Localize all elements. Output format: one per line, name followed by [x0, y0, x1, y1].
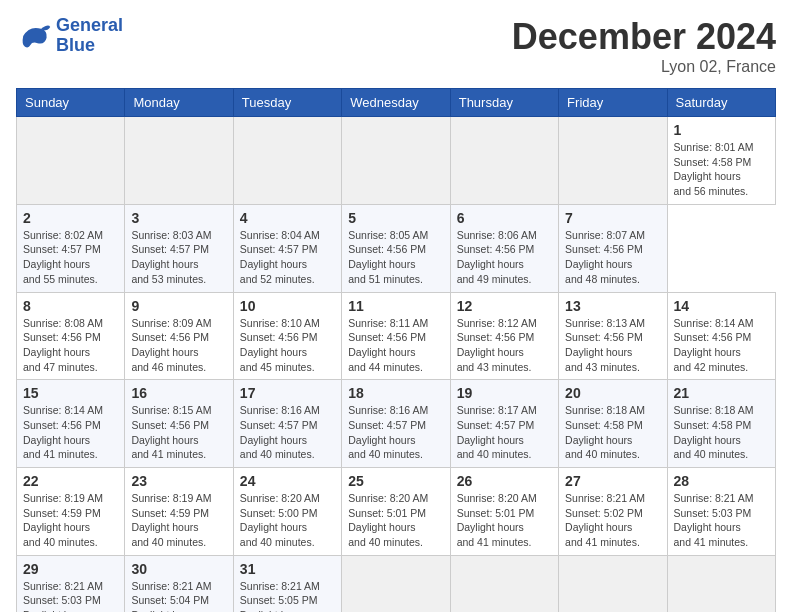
day-info: Sunrise: 8:02 AMSunset: 4:57 PMDaylight … [23, 228, 118, 287]
calendar-cell: 22Sunrise: 8:19 AMSunset: 4:59 PMDayligh… [17, 468, 125, 556]
day-number: 29 [23, 561, 118, 577]
day-info: Sunrise: 8:20 AMSunset: 5:01 PMDaylight … [457, 491, 552, 550]
day-number: 2 [23, 210, 118, 226]
day-info: Sunrise: 8:18 AMSunset: 4:58 PMDaylight … [565, 403, 660, 462]
calendar-cell: 11Sunrise: 8:11 AMSunset: 4:56 PMDayligh… [342, 292, 450, 380]
calendar-cell [342, 117, 450, 205]
day-info: Sunrise: 8:20 AMSunset: 5:01 PMDaylight … [348, 491, 443, 550]
day-info: Sunrise: 8:06 AMSunset: 4:56 PMDaylight … [457, 228, 552, 287]
day-number: 24 [240, 473, 335, 489]
day-number: 30 [131, 561, 226, 577]
day-number: 14 [674, 298, 769, 314]
calendar-cell: 30Sunrise: 8:21 AMSunset: 5:04 PMDayligh… [125, 555, 233, 612]
calendar-cell: 23Sunrise: 8:19 AMSunset: 4:59 PMDayligh… [125, 468, 233, 556]
col-tuesday: Tuesday [233, 89, 341, 117]
calendar-cell [559, 555, 667, 612]
page-header: General Blue December 2024 Lyon 02, Fran… [16, 16, 776, 76]
day-number: 18 [348, 385, 443, 401]
calendar-table: Sunday Monday Tuesday Wednesday Thursday… [16, 88, 776, 612]
col-wednesday: Wednesday [342, 89, 450, 117]
day-number: 11 [348, 298, 443, 314]
calendar-cell: 2Sunrise: 8:02 AMSunset: 4:57 PMDaylight… [17, 204, 125, 292]
calendar-cell [667, 555, 775, 612]
calendar-cell [125, 117, 233, 205]
calendar-cell [17, 117, 125, 205]
calendar-cell: 21Sunrise: 8:18 AMSunset: 4:58 PMDayligh… [667, 380, 775, 468]
calendar-cell: 29Sunrise: 8:21 AMSunset: 5:03 PMDayligh… [17, 555, 125, 612]
day-number: 3 [131, 210, 226, 226]
calendar-cell [450, 117, 558, 205]
calendar-cell: 8Sunrise: 8:08 AMSunset: 4:56 PMDaylight… [17, 292, 125, 380]
calendar-cell [342, 555, 450, 612]
day-info: Sunrise: 8:13 AMSunset: 4:56 PMDaylight … [565, 316, 660, 375]
calendar-week-row: 15Sunrise: 8:14 AMSunset: 4:56 PMDayligh… [17, 380, 776, 468]
day-info: Sunrise: 8:14 AMSunset: 4:56 PMDaylight … [23, 403, 118, 462]
calendar-cell: 12Sunrise: 8:12 AMSunset: 4:56 PMDayligh… [450, 292, 558, 380]
calendar-cell: 7Sunrise: 8:07 AMSunset: 4:56 PMDaylight… [559, 204, 667, 292]
calendar-cell: 3Sunrise: 8:03 AMSunset: 4:57 PMDaylight… [125, 204, 233, 292]
col-saturday: Saturday [667, 89, 775, 117]
logo: General Blue [16, 16, 123, 56]
day-info: Sunrise: 8:01 AMSunset: 4:58 PMDaylight … [674, 140, 769, 199]
day-info: Sunrise: 8:17 AMSunset: 4:57 PMDaylight … [457, 403, 552, 462]
day-info: Sunrise: 8:09 AMSunset: 4:56 PMDaylight … [131, 316, 226, 375]
calendar-cell [233, 117, 341, 205]
calendar-cell: 15Sunrise: 8:14 AMSunset: 4:56 PMDayligh… [17, 380, 125, 468]
day-info: Sunrise: 8:10 AMSunset: 4:56 PMDaylight … [240, 316, 335, 375]
day-info: Sunrise: 8:12 AMSunset: 4:56 PMDaylight … [457, 316, 552, 375]
day-info: Sunrise: 8:21 AMSunset: 5:02 PMDaylight … [565, 491, 660, 550]
month-title: December 2024 [512, 16, 776, 58]
calendar-cell: 5Sunrise: 8:05 AMSunset: 4:56 PMDaylight… [342, 204, 450, 292]
day-number: 27 [565, 473, 660, 489]
calendar-week-row: 29Sunrise: 8:21 AMSunset: 5:03 PMDayligh… [17, 555, 776, 612]
calendar-cell [450, 555, 558, 612]
day-number: 20 [565, 385, 660, 401]
day-number: 22 [23, 473, 118, 489]
day-number: 23 [131, 473, 226, 489]
day-info: Sunrise: 8:05 AMSunset: 4:56 PMDaylight … [348, 228, 443, 287]
calendar-cell: 31Sunrise: 8:21 AMSunset: 5:05 PMDayligh… [233, 555, 341, 612]
col-friday: Friday [559, 89, 667, 117]
col-sunday: Sunday [17, 89, 125, 117]
calendar-cell [559, 117, 667, 205]
day-number: 9 [131, 298, 226, 314]
day-info: Sunrise: 8:21 AMSunset: 5:03 PMDaylight … [23, 579, 118, 612]
day-info: Sunrise: 8:11 AMSunset: 4:56 PMDaylight … [348, 316, 443, 375]
calendar-cell: 20Sunrise: 8:18 AMSunset: 4:58 PMDayligh… [559, 380, 667, 468]
calendar-cell: 27Sunrise: 8:21 AMSunset: 5:02 PMDayligh… [559, 468, 667, 556]
calendar-cell: 9Sunrise: 8:09 AMSunset: 4:56 PMDaylight… [125, 292, 233, 380]
logo-text-line2: Blue [56, 36, 123, 56]
day-number: 13 [565, 298, 660, 314]
day-number: 7 [565, 210, 660, 226]
day-info: Sunrise: 8:07 AMSunset: 4:56 PMDaylight … [565, 228, 660, 287]
day-number: 1 [674, 122, 769, 138]
day-info: Sunrise: 8:20 AMSunset: 5:00 PMDaylight … [240, 491, 335, 550]
day-number: 31 [240, 561, 335, 577]
title-block: December 2024 Lyon 02, France [512, 16, 776, 76]
calendar-cell: 16Sunrise: 8:15 AMSunset: 4:56 PMDayligh… [125, 380, 233, 468]
day-number: 16 [131, 385, 226, 401]
day-info: Sunrise: 8:21 AMSunset: 5:03 PMDaylight … [674, 491, 769, 550]
day-info: Sunrise: 8:21 AMSunset: 5:04 PMDaylight … [131, 579, 226, 612]
day-info: Sunrise: 8:16 AMSunset: 4:57 PMDaylight … [240, 403, 335, 462]
calendar-cell: 17Sunrise: 8:16 AMSunset: 4:57 PMDayligh… [233, 380, 341, 468]
calendar-cell: 4Sunrise: 8:04 AMSunset: 4:57 PMDaylight… [233, 204, 341, 292]
day-info: Sunrise: 8:04 AMSunset: 4:57 PMDaylight … [240, 228, 335, 287]
calendar-week-row: 2Sunrise: 8:02 AMSunset: 4:57 PMDaylight… [17, 204, 776, 292]
logo-text-line1: General [56, 16, 123, 36]
calendar-cell: 18Sunrise: 8:16 AMSunset: 4:57 PMDayligh… [342, 380, 450, 468]
day-number: 21 [674, 385, 769, 401]
col-monday: Monday [125, 89, 233, 117]
day-info: Sunrise: 8:14 AMSunset: 4:56 PMDaylight … [674, 316, 769, 375]
day-number: 26 [457, 473, 552, 489]
day-info: Sunrise: 8:21 AMSunset: 5:05 PMDaylight … [240, 579, 335, 612]
calendar-cell: 10Sunrise: 8:10 AMSunset: 4:56 PMDayligh… [233, 292, 341, 380]
day-number: 12 [457, 298, 552, 314]
calendar-cell: 28Sunrise: 8:21 AMSunset: 5:03 PMDayligh… [667, 468, 775, 556]
calendar-cell: 1Sunrise: 8:01 AMSunset: 4:58 PMDaylight… [667, 117, 775, 205]
calendar-week-row: 22Sunrise: 8:19 AMSunset: 4:59 PMDayligh… [17, 468, 776, 556]
day-info: Sunrise: 8:16 AMSunset: 4:57 PMDaylight … [348, 403, 443, 462]
calendar-header-row: Sunday Monday Tuesday Wednesday Thursday… [17, 89, 776, 117]
day-number: 17 [240, 385, 335, 401]
day-number: 28 [674, 473, 769, 489]
